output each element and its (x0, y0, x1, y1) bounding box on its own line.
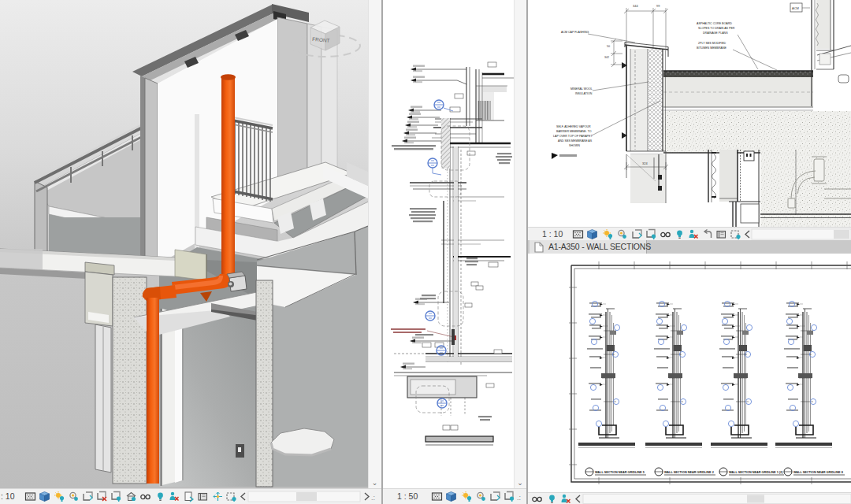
svg-text:BARRIER MEMBRANE. TO: BARRIER MEMBRANE. TO (556, 130, 592, 133)
svg-text:SHOWN: SHOWN (569, 144, 580, 147)
svg-text:: 10: : 10 (1, 491, 15, 501)
svg-text:99: 99 (656, 4, 660, 8)
svg-text:1 : 10: 1 : 10 (542, 229, 563, 239)
svg-text:344: 344 (633, 4, 638, 8)
svg-text:WALL SECTION NEAR GRIDLINE 8: WALL SECTION NEAR GRIDLINE 8 (793, 471, 843, 474)
svg-text:ACM: ACM (792, 6, 799, 10)
svg-text:324: 324 (642, 161, 648, 165)
svg-text:.:: .: (371, 494, 375, 502)
svg-text:INSULATION: INSULATION (575, 92, 593, 95)
svg-text:50: 50 (607, 45, 610, 48)
svg-text:2PLY SBS MODIFIED: 2PLY SBS MODIFIED (698, 42, 727, 45)
svg-text:.:: .: (517, 494, 521, 502)
svg-text:SELF-ADHERED VAPOUR: SELF-ADHERED VAPOUR (556, 125, 591, 128)
svg-text:SLOPES TO DRAIN AS PER: SLOPES TO DRAIN AS PER (698, 27, 735, 30)
svg-text:342: 342 (604, 56, 609, 59)
svg-text:AND SBS MEMBRANE AS: AND SBS MEMBRANE AS (558, 139, 593, 143)
svg-text:WALL SECTION NEAR GRIDLINE 1 (: WALL SECTION NEAR GRIDLINE 1 (2) (729, 471, 783, 474)
svg-text:WALL SECTION NEAR GRIDLINE 2: WALL SECTION NEAR GRIDLINE 2 (664, 471, 714, 474)
svg-text:WALL SECTION NEAR GRIDLINE 5: WALL SECTION NEAR GRIDLINE 5 (595, 471, 645, 474)
svg-text:1 : 50: 1 : 50 (397, 491, 418, 501)
svg-text:MINERAL WOOL: MINERAL WOOL (570, 87, 593, 91)
svg-text:ASPHALTIC CORE BOARD: ASPHALTIC CORE BOARD (697, 22, 732, 25)
svg-text:DRAINAGE PLANS: DRAINAGE PLANS (703, 32, 728, 35)
svg-text:BITUMEN MEMBRANE: BITUMEN MEMBRANE (697, 46, 727, 50)
svg-text:ACM CAP FLASHING: ACM CAP FLASHING (561, 31, 589, 34)
svg-text:LAP OVER TOP OF PARAPET: LAP OVER TOP OF PARAPET (553, 135, 593, 138)
